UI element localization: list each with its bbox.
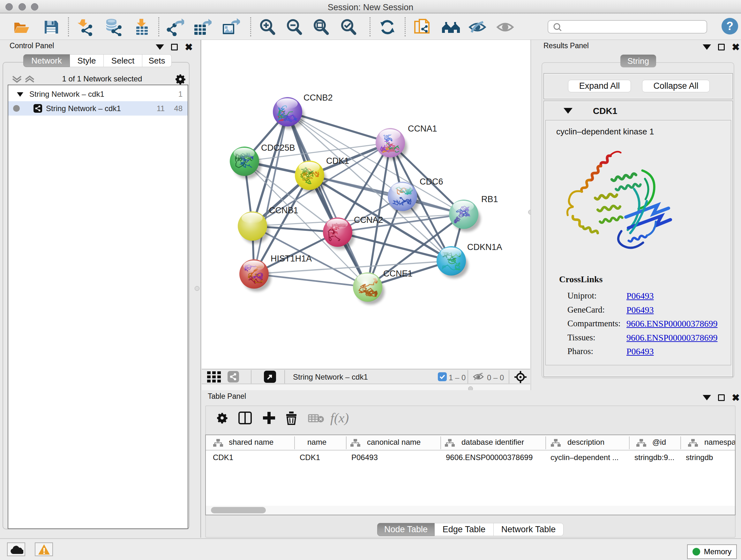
svg-text:CCNE1: CCNE1: [383, 269, 413, 278]
svg-text:CCNA1: CCNA1: [408, 124, 437, 133]
svg-text:CCNA2: CCNA2: [354, 215, 383, 225]
svg-text:CCNB1: CCNB1: [269, 206, 298, 215]
svg-text:?: ?: [726, 19, 733, 33]
svg-text:HIST1H1A: HIST1H1A: [271, 254, 312, 263]
svg-text:CDC6: CDC6: [420, 177, 443, 186]
svg-text:CDC25B: CDC25B: [261, 143, 295, 152]
svg-text:CDK1: CDK1: [326, 156, 349, 166]
svg-text:CDKN1A: CDKN1A: [467, 242, 502, 252]
svg-text:CCNB2: CCNB2: [304, 93, 333, 103]
svg-text:RB1: RB1: [481, 194, 498, 204]
